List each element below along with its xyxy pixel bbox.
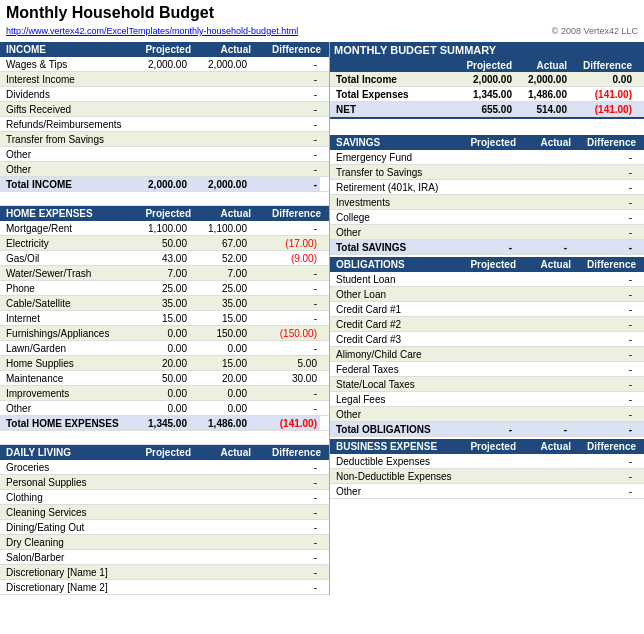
home-actual-label: Actual bbox=[194, 208, 254, 219]
summary-actual-lbl: Actual bbox=[515, 58, 570, 72]
home-row: Phone 25.00 25.00 - bbox=[0, 281, 329, 296]
row-projected: 15.00 bbox=[130, 311, 190, 325]
business-projected-label: Projected bbox=[464, 441, 519, 452]
daily-row: Discretionary [Name 2] - bbox=[0, 580, 329, 595]
business-header: BUSINESS EXPENSE Projected Actual Differ… bbox=[330, 439, 644, 454]
row-projected bbox=[460, 272, 515, 286]
row-projected bbox=[130, 475, 190, 489]
row-actual bbox=[515, 377, 570, 391]
row-label: Salon/Barber bbox=[0, 550, 130, 564]
row-label: Furnishings/Appliances bbox=[0, 326, 130, 340]
row-diff: (150.00) bbox=[250, 326, 320, 340]
row-diff: (9.00) bbox=[250, 251, 320, 265]
income-row: Wages & Tips 2,000.00 2,000.00 - bbox=[0, 57, 329, 72]
summary-title: MONTHLY BUDGET SUMMARY bbox=[330, 42, 644, 58]
obligations-row: Alimony/Child Care - bbox=[330, 347, 644, 362]
row-diff: - bbox=[250, 475, 320, 489]
copyright: © 2008 Vertex42 LLC bbox=[552, 26, 638, 36]
row-projected: 0.00 bbox=[130, 341, 190, 355]
row-diff: - bbox=[570, 407, 635, 421]
summary-section: MONTHLY BUDGET SUMMARY Projected Actual … bbox=[330, 42, 644, 119]
row-actual bbox=[190, 117, 250, 131]
summary-row-actual: 2,000.00 bbox=[515, 72, 570, 86]
row-diff: - bbox=[570, 287, 635, 301]
summary-row-diff: (141.00) bbox=[570, 102, 635, 116]
income-row: Other - bbox=[0, 162, 329, 177]
daily-row: Discretionary [Name 1] - bbox=[0, 565, 329, 580]
obligations-total-diff: - bbox=[570, 422, 635, 436]
daily-row: Salon/Barber - bbox=[0, 550, 329, 565]
business-title: BUSINESS EXPENSE bbox=[334, 441, 464, 452]
row-projected: 35.00 bbox=[130, 296, 190, 310]
daily-row: Cleaning Services - bbox=[0, 505, 329, 520]
spreadsheet: Monthly Household Budget http://www.vert… bbox=[0, 0, 644, 595]
row-label: Emergency Fund bbox=[330, 150, 460, 164]
row-actual bbox=[190, 102, 250, 116]
daily-diff-label: Difference bbox=[254, 447, 324, 458]
obligations-row: Other - bbox=[330, 407, 644, 422]
income-row: Interest Income - bbox=[0, 72, 329, 87]
home-total-label: Total HOME EXPENSES bbox=[0, 416, 130, 430]
row-diff: - bbox=[250, 490, 320, 504]
row-label: Other bbox=[330, 407, 460, 421]
income-rows: Wages & Tips 2,000.00 2,000.00 - Interes… bbox=[0, 57, 329, 177]
home-row: Furnishings/Appliances 0.00 150.00 (150.… bbox=[0, 326, 329, 341]
row-label: Other bbox=[0, 401, 130, 415]
row-projected bbox=[130, 87, 190, 101]
main-grid: INCOME Projected Actual Difference Wages… bbox=[0, 42, 644, 595]
row-actual bbox=[515, 454, 570, 468]
row-projected bbox=[130, 147, 190, 161]
business-row: Deductible Expenses - bbox=[330, 454, 644, 469]
row-projected bbox=[130, 565, 190, 579]
row-projected bbox=[460, 484, 515, 498]
summary-row-actual: 514.00 bbox=[515, 102, 570, 116]
home-row: Internet 15.00 15.00 - bbox=[0, 311, 329, 326]
home-total-actual: 1,486.00 bbox=[190, 416, 250, 430]
row-label: Other bbox=[330, 225, 460, 239]
link-row: http://www.vertex42.com/ExcelTemplates/m… bbox=[0, 24, 644, 38]
row-label: Deductible Expenses bbox=[330, 454, 460, 468]
daily-title: DAILY LIVING bbox=[4, 447, 134, 458]
row-projected bbox=[130, 535, 190, 549]
row-projected bbox=[130, 132, 190, 146]
income-projected-label: Projected bbox=[134, 44, 194, 55]
row-actual bbox=[190, 520, 250, 534]
obligations-actual-label: Actual bbox=[519, 259, 574, 270]
template-link[interactable]: http://www.vertex42.com/ExcelTemplates/m… bbox=[6, 26, 298, 36]
row-diff: - bbox=[250, 550, 320, 564]
row-projected: 1,100.00 bbox=[130, 221, 190, 235]
row-actual: 67.00 bbox=[190, 236, 250, 250]
row-actual bbox=[515, 332, 570, 346]
row-label: Credit Card #3 bbox=[330, 332, 460, 346]
row-diff: - bbox=[570, 165, 635, 179]
row-actual bbox=[190, 505, 250, 519]
row-actual: 2,000.00 bbox=[190, 57, 250, 71]
row-label: Federal Taxes bbox=[330, 362, 460, 376]
row-label: Dividends bbox=[0, 87, 130, 101]
summary-row: NET 655.00 514.00 (141.00) bbox=[330, 102, 644, 117]
obligations-row: Credit Card #3 - bbox=[330, 332, 644, 347]
row-diff: - bbox=[250, 311, 320, 325]
row-diff: - bbox=[250, 147, 320, 161]
savings-projected-label: Projected bbox=[464, 137, 519, 148]
row-diff: - bbox=[250, 72, 320, 86]
home-rows: Mortgage/Rent 1,100.00 1,100.00 - Electr… bbox=[0, 221, 329, 416]
row-diff: - bbox=[250, 117, 320, 131]
obligations-row: Legal Fees - bbox=[330, 392, 644, 407]
row-label: Discretionary [Name 1] bbox=[0, 565, 130, 579]
row-label: Water/Sewer/Trash bbox=[0, 266, 130, 280]
row-projected bbox=[460, 225, 515, 239]
row-label: Groceries bbox=[0, 460, 130, 474]
daily-row: Dining/Eating Out - bbox=[0, 520, 329, 535]
row-diff: (17.00) bbox=[250, 236, 320, 250]
obligations-header: OBLIGATIONS Projected Actual Difference bbox=[330, 257, 644, 272]
income-diff-label: Difference bbox=[254, 44, 324, 55]
row-actual bbox=[515, 392, 570, 406]
row-diff: - bbox=[570, 225, 635, 239]
row-diff: - bbox=[250, 221, 320, 235]
obligations-projected-label: Projected bbox=[464, 259, 519, 270]
savings-row: Investments - bbox=[330, 195, 644, 210]
home-row: Home Supplies 20.00 15.00 5.00 bbox=[0, 356, 329, 371]
row-actual bbox=[515, 150, 570, 164]
row-projected bbox=[130, 162, 190, 176]
